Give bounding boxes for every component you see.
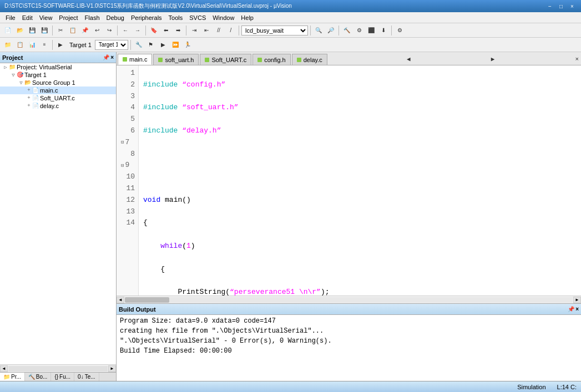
debug-btn3[interactable]: ▶	[158, 39, 169, 50]
project-tab-fu[interactable]: {} Fu...	[51, 373, 74, 381]
tab-softuartc[interactable]: Soft_UART.c	[200, 54, 251, 65]
build2-btn[interactable]: ⚙	[353, 25, 365, 36]
build-output-close[interactable]: ×	[575, 306, 579, 312]
fold-9[interactable]: ⊟	[121, 162, 124, 170]
expand-softuartc[interactable]: +	[26, 95, 32, 101]
menu-svcs[interactable]: SVCS	[186, 13, 209, 22]
maximize-button[interactable]: □	[557, 2, 565, 10]
tab-close-all[interactable]: ×	[573, 55, 581, 64]
redo-btn[interactable]: ↪	[104, 25, 115, 36]
undo-btn[interactable]: ↩	[92, 25, 103, 36]
paste-btn[interactable]: 📌	[79, 25, 90, 36]
nav-back-btn[interactable]: ←	[120, 25, 131, 36]
fold-7[interactable]: ⊟	[121, 139, 124, 146]
code-line-10: PrintString(“perseverance51 \n\r”);	[143, 287, 577, 296]
hscroll-left-btn[interactable]: ◀	[0, 365, 8, 372]
tree-item-target[interactable]: ▽ 🎯 Target 1	[0, 71, 116, 79]
close-button[interactable]: ×	[568, 2, 577, 10]
editor-hscroll[interactable]: ◀ ▶	[117, 296, 581, 303]
project-tab-pr[interactable]: 📁 Pr...	[0, 373, 25, 381]
project-tab-te[interactable]: 0↓ Te...	[74, 373, 99, 381]
menu-debug[interactable]: Debug	[103, 13, 128, 22]
bookmark-next-btn[interactable]: ➡	[173, 25, 184, 36]
project-close-icon[interactable]: ×	[110, 54, 114, 60]
code-line-3: #include “delay.h”	[143, 125, 577, 137]
bookmark-btn[interactable]: 🔖	[148, 25, 159, 36]
tab-softuarth[interactable]: soft_uart.h	[153, 54, 199, 65]
menu-edit[interactable]: Edit	[19, 13, 36, 22]
menu-file[interactable]: File	[2, 13, 19, 22]
expand-mainc[interactable]: +	[26, 88, 32, 93]
proj-btn4[interactable]: ≡	[39, 39, 50, 50]
download-btn[interactable]: ⬇	[378, 25, 389, 36]
editor-hscroll-right[interactable]: ▶	[573, 297, 581, 303]
proj-btn2[interactable]: 📋	[14, 39, 26, 50]
target-select[interactable]: Target 1	[95, 40, 128, 50]
project-tab-bo[interactable]: 🔨 Bo...	[25, 373, 52, 381]
project-folder-icon: 📁	[9, 64, 16, 70]
search-btn[interactable]: 🔍	[313, 25, 324, 36]
menu-project[interactable]: Project	[55, 13, 81, 22]
function-combo[interactable]: lcd_busy_wait	[241, 26, 308, 35]
target-label: Target 1	[69, 42, 92, 48]
tab-configh[interactable]: config.h	[252, 54, 291, 65]
menu-window[interactable]: Window	[209, 13, 238, 22]
cut-btn[interactable]: ✂	[55, 25, 66, 36]
menu-view[interactable]: View	[36, 13, 56, 22]
hscroll-right-btn[interactable]: ▶	[108, 365, 116, 372]
copy-btn[interactable]: 📋	[67, 25, 78, 36]
debug-btn1[interactable]: 🔧	[133, 39, 144, 50]
tsep1	[52, 40, 53, 50]
comment-btn[interactable]: //	[213, 25, 224, 36]
debug-btn5[interactable]: 🏃	[182, 39, 193, 50]
sep2	[117, 26, 118, 35]
proj-btn5[interactable]: ▶	[55, 39, 66, 50]
tab-scroll-right[interactable]: ▶	[489, 54, 497, 64]
menu-peripherals[interactable]: Peripherals	[128, 13, 165, 22]
expand-project[interactable]: ▷	[2, 64, 9, 70]
project-hscroll[interactable]: ◀ ▶	[0, 364, 116, 372]
split-area: Project 📌 × ▷ 📁 Project: VirtualSerial ▽…	[0, 52, 581, 381]
code-lines[interactable]: #include “config.h” #include “soft_uart.…	[139, 65, 581, 296]
build-output-title: Build Output	[119, 306, 156, 313]
tree-label-project: Project: VirtualSerial	[17, 64, 72, 70]
tree-item-source-group[interactable]: ▽ 📂 Source Group 1	[0, 79, 116, 86]
expand-delayc[interactable]: +	[26, 103, 32, 109]
stop-btn[interactable]: ⬛	[366, 25, 377, 36]
settings-btn[interactable]: ⚙	[394, 25, 405, 36]
new-file-btn[interactable]: 📄	[2, 25, 13, 36]
project-pin-icon[interactable]: 📌	[103, 54, 109, 60]
debug-btn4[interactable]: ⏩	[170, 39, 181, 50]
code-content: 1 2 3 4 5 6 ⊟7 8 ⊟9 10 11 12 13 14	[117, 65, 581, 296]
expand-source-group[interactable]: ▽	[18, 80, 24, 86]
proj-btn3[interactable]: 📊	[27, 39, 38, 50]
proj-btn1[interactable]: 📁	[2, 39, 13, 50]
build-btn[interactable]: 🔨	[341, 25, 352, 36]
bookmark-prev-btn[interactable]: ⬅	[160, 25, 171, 36]
menu-help[interactable]: Help	[238, 13, 257, 22]
menu-flash[interactable]: Flash	[82, 13, 103, 22]
build-output-pin[interactable]: 📌	[568, 306, 574, 312]
menu-tools[interactable]: Tools	[165, 13, 186, 22]
tree-item-mainc[interactable]: + 📄 main.c	[0, 86, 116, 94]
te-label: Te...	[85, 374, 95, 380]
unindent-btn[interactable]: ⇤	[201, 25, 212, 36]
tree-item-delayc[interactable]: + 📄 delay.c	[0, 102, 116, 110]
tree-item-softuartc[interactable]: + 📄 Soft_UART.c	[0, 94, 116, 102]
save-btn[interactable]: 💾	[27, 25, 38, 36]
debug-btn2[interactable]: ⚑	[145, 39, 156, 50]
tree-item-project[interactable]: ▷ 📁 Project: VirtualSerial	[0, 63, 116, 71]
open-btn[interactable]: 📂	[14, 25, 26, 36]
nav-fwd-btn[interactable]: →	[132, 25, 143, 36]
search2-btn[interactable]: 🔎	[325, 25, 336, 36]
indent-btn[interactable]: ⇥	[189, 25, 200, 36]
save-all-btn[interactable]: 💾	[39, 25, 50, 36]
tab-mainc[interactable]: main.c	[118, 54, 152, 65]
project-tree: ▷ 📁 Project: VirtualSerial ▽ 🎯 Target 1 …	[0, 63, 116, 364]
expand-target[interactable]: ▽	[10, 72, 17, 78]
editor-hscroll-left[interactable]: ◀	[117, 297, 124, 303]
tab-delayc[interactable]: delay.c	[292, 54, 327, 65]
uncomment-btn[interactable]: /	[225, 25, 236, 36]
minimize-button[interactable]: −	[545, 2, 554, 10]
tab-scroll-left[interactable]: ◀	[405, 54, 413, 64]
